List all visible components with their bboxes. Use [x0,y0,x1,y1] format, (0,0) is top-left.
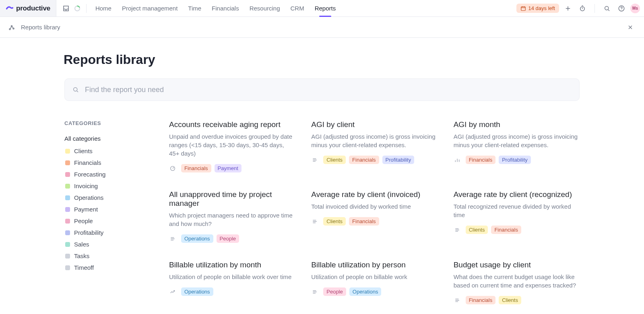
svg-rect-1 [521,6,525,10]
report-card[interactable]: Accounts receivable aging reportUnpaid a… [169,120,295,172]
page-body: Reports library CATEGORIES All categorie… [48,38,596,314]
report-description: Total recognized revenue divided by work… [454,202,580,219]
category-label: People [74,218,93,224]
report-card[interactable]: Average rate by client (recognized)Total… [454,190,580,243]
add-button[interactable] [562,3,574,14]
category-forecasting[interactable]: Forecasting [64,168,145,180]
search-button[interactable] [601,3,613,14]
search-box[interactable] [64,78,580,101]
category-swatch [65,207,70,212]
report-card[interactable]: Billable utilization by monthUtilization… [169,261,295,304]
category-swatch [65,172,70,177]
trial-badge[interactable]: 14 days left [516,4,559,13]
category-label: Clients [74,148,93,154]
category-all-categories[interactable]: All categories [64,133,145,144]
tag-operations: Operations [181,287,213,296]
report-description: AGI (adjusted gross income) is gross inv… [454,132,580,149]
report-description: Which project managers need to approve t… [169,211,295,228]
category-payment[interactable]: Payment [64,203,145,215]
tag-operations: Operations [181,234,213,243]
category-swatch [65,230,70,235]
report-card[interactable]: Budget usage by clientWhat does the curr… [454,261,580,304]
top-navigation: productive HomeProject managementTimeFin… [0,0,644,17]
nav-tab-reports[interactable]: Reports [314,0,337,16]
report-card[interactable]: Average rate by client (invoiced)Total i… [311,190,437,243]
tag-financials: Financials [349,217,379,226]
report-footer: FinancialsPayment [169,164,295,172]
tag-clients: Clients [323,217,346,226]
nav-tab-crm[interactable]: CRM [290,0,305,16]
report-card[interactable]: AGI by monthAGI (adjusted gross income) … [454,120,580,172]
list-icon [454,226,461,234]
report-title: Accounts receivable aging report [169,120,295,129]
svg-point-9 [74,88,77,91]
category-sales[interactable]: Sales [64,238,145,250]
category-label: All categories [64,135,101,142]
category-label: Operations [74,194,103,201]
tag-operations: Operations [349,287,382,296]
category-tasks[interactable]: Tasks [64,250,145,262]
report-title: Billable utilization by person [311,261,437,269]
category-label: Tasks [74,252,89,259]
report-description: Utilization of people on billable work [311,273,437,281]
timer-button[interactable] [577,3,588,14]
list-icon [169,235,176,242]
brand-logo[interactable]: productive [0,0,56,16]
category-timeoff[interactable]: Timeoff [64,262,145,273]
category-label: Profitability [74,229,103,236]
nav-tab-home[interactable]: Home [95,0,112,16]
list-icon [454,297,461,304]
activity-ring-icon[interactable] [72,3,83,14]
report-description: What does the current budget usage look … [454,273,580,289]
page-title: Reports library [64,52,580,67]
brand-mark-icon [6,4,14,12]
stopwatch-icon [579,5,586,12]
report-footer: ClientsFinancialsProfitability [311,156,437,164]
tag-profitability: Profitability [499,156,531,164]
search-input[interactable] [85,86,572,94]
category-operations[interactable]: Operations [64,192,145,203]
report-card[interactable]: Billable utilization by personUtilizatio… [311,261,437,304]
category-label: Financials [74,159,101,166]
tag-people: People [217,234,239,243]
categories-heading: CATEGORIES [64,120,145,126]
category-people[interactable]: People [64,215,145,227]
report-card[interactable]: All unapproved time by project managerWh… [169,190,295,243]
report-footer: PeopleOperations [311,287,437,296]
tag-clients: Clients [466,226,488,234]
nav-tab-financials[interactable]: Financials [211,0,240,16]
tag-financials: Financials [349,156,379,164]
inbox-icon[interactable] [60,3,72,14]
close-icon [627,24,634,31]
category-clients[interactable]: Clients [64,145,145,157]
category-invoicing[interactable]: Invoicing [64,180,145,192]
category-label: Timeoff [74,264,94,271]
list-icon [311,156,318,164]
category-swatch [65,242,70,247]
primary-nav-tabs: HomeProject managementTimeFinancialsReso… [95,0,336,16]
category-label: Forecasting [74,171,105,178]
category-financials[interactable]: Financials [64,157,145,168]
nav-tab-project-management[interactable]: Project management [121,0,178,16]
report-description: Unpaid and overdue invoices grouped by d… [169,132,295,158]
plus-icon [564,5,572,12]
svg-point-3 [605,6,609,10]
nav-tab-resourcing[interactable]: Resourcing [249,0,281,16]
search-icon [72,86,79,93]
report-description: AGI (adjusted gross income) is gross inv… [311,132,437,149]
close-button[interactable] [625,22,636,33]
report-title: Average rate by client (invoiced) [311,190,437,199]
category-label: Sales [74,241,89,248]
avatar[interactable]: Ms [630,4,640,13]
report-card[interactable]: AGI by clientAGI (adjusted gross income)… [311,120,437,172]
category-profitability[interactable]: Profitability [64,227,145,238]
category-swatch [65,254,70,259]
report-footer: ClientsFinancials [311,217,437,226]
nav-tab-time[interactable]: Time [187,0,202,16]
category-swatch [65,149,70,154]
brand-name: productive [16,4,50,12]
tag-financials: Financials [466,156,496,164]
report-footer: ClientsFinancials [454,226,580,234]
help-button[interactable] [616,3,627,14]
tag-financials: Financials [181,164,211,172]
